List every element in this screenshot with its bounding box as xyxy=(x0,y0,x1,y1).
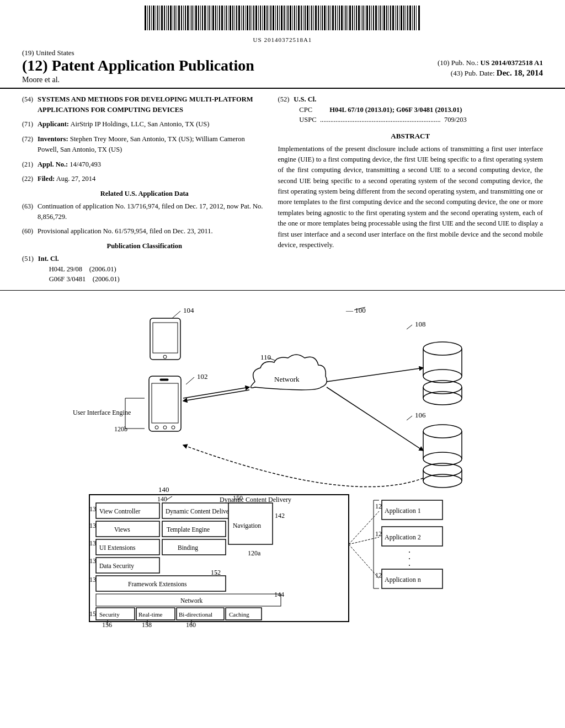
svg-rect-105 xyxy=(369,6,370,30)
svg-rect-61 xyxy=(275,6,276,30)
patent-diagram: — 100 108 106 110 Network xyxy=(18,296,547,671)
pub-class-title: Publication Classification xyxy=(22,241,267,251)
svg-rect-54 xyxy=(260,6,261,30)
svg-rect-38 xyxy=(226,6,227,30)
svg-text:102: 102 xyxy=(197,372,208,381)
uie-label: User Interface Engine xyxy=(73,409,131,416)
svg-line-224 xyxy=(349,511,379,544)
svg-rect-118 xyxy=(397,6,398,30)
inventors-section: (72) Inventors: Stephen Trey Moore, San … xyxy=(22,134,267,155)
svg-rect-92 xyxy=(341,6,343,30)
svg-rect-60 xyxy=(273,6,274,30)
svg-rect-66 xyxy=(286,6,286,30)
right-column: (52) U.S. Cl. CPC H04L 67/10 (2013.01); … xyxy=(278,94,543,285)
svg-rect-59 xyxy=(270,6,271,30)
svg-rect-112 xyxy=(383,6,385,30)
us-cl-label: U.S. Cl. xyxy=(294,95,316,103)
svg-text:Application 1: Application 1 xyxy=(385,507,421,515)
svg-rect-104 xyxy=(366,6,368,30)
svg-rect-11 xyxy=(168,6,169,30)
inventors-num: (72) xyxy=(22,134,33,155)
applicant-num: (71) xyxy=(22,119,33,130)
cont-text: Continuation of application No. 13/716,9… xyxy=(38,202,263,221)
svg-rect-52 xyxy=(255,6,257,30)
svg-rect-23 xyxy=(194,6,194,30)
svg-rect-82 xyxy=(320,6,321,30)
svg-rect-87 xyxy=(331,6,331,30)
svg-text:144: 144 xyxy=(274,591,284,598)
us-cl-num: (52) xyxy=(278,94,290,125)
svg-rect-86 xyxy=(328,6,329,30)
svg-rect-69 xyxy=(292,6,293,30)
svg-rect-7 xyxy=(159,6,160,30)
appl-num: (21) xyxy=(22,159,33,170)
pub-no-value: US 2014/0372518 A1 xyxy=(481,58,543,67)
svg-text:142: 142 xyxy=(275,512,285,520)
inventors-line: Moore et al. xyxy=(22,76,254,84)
svg-rect-40 xyxy=(230,6,231,30)
title-block: (19) United States (12) Patent Applicati… xyxy=(0,44,565,89)
svg-rect-107 xyxy=(373,6,374,30)
abstract-title: ABSTRACT xyxy=(278,131,543,142)
svg-rect-80 xyxy=(315,6,317,30)
svg-text:104: 104 xyxy=(183,306,194,314)
svg-rect-111 xyxy=(382,6,382,30)
appl-value: 14/470,493 xyxy=(70,160,101,168)
svg-rect-22 xyxy=(191,6,193,30)
country-label: (19) United States xyxy=(22,49,254,57)
svg-rect-30 xyxy=(209,6,210,30)
int-cl-2: G06F 3/0481 xyxy=(38,275,86,283)
filed-num: (22) xyxy=(22,174,33,184)
svg-rect-9 xyxy=(164,6,165,30)
svg-rect-77 xyxy=(310,6,310,30)
svg-text:UI Extensions: UI Extensions xyxy=(99,544,136,551)
svg-rect-93 xyxy=(344,6,344,30)
svg-rect-14 xyxy=(174,6,175,30)
svg-rect-68 xyxy=(290,6,291,30)
svg-rect-85 xyxy=(327,6,327,30)
filed-label: Filed: xyxy=(38,175,55,183)
pub-date-label: (43) Pub. Date: xyxy=(451,69,495,77)
svg-rect-120 xyxy=(401,6,402,30)
left-column: (54) SYSTEMS AND METHODS FOR DEVELOPING … xyxy=(22,94,267,285)
applicant-section: (71) Applicant: AirStrip IP Holdings, LL… xyxy=(22,119,267,130)
title-num: (54) xyxy=(22,94,33,115)
svg-rect-6 xyxy=(157,6,158,30)
barcode-image xyxy=(145,6,420,33)
svg-rect-121 xyxy=(403,6,404,30)
svg-text:Binding: Binding xyxy=(178,544,198,552)
svg-rect-125 xyxy=(412,6,413,30)
svg-rect-73 xyxy=(301,6,302,30)
appl-label: Appl. No.: xyxy=(38,160,68,168)
svg-rect-100 xyxy=(358,6,360,30)
svg-rect-10 xyxy=(166,6,167,30)
svg-rect-95 xyxy=(348,6,348,30)
data-security-label: Data Security xyxy=(99,563,134,570)
svg-rect-128 xyxy=(418,6,420,30)
svg-rect-31 xyxy=(211,6,211,30)
svg-line-166 xyxy=(327,368,423,382)
svg-rect-34 xyxy=(217,6,218,30)
svg-text:Views: Views xyxy=(114,526,130,533)
svg-rect-1 xyxy=(147,6,148,30)
int-cl-section: (51) Int. Cl. H04L 29/08 (2006.01) G06F … xyxy=(22,254,267,285)
svg-rect-103 xyxy=(365,6,365,30)
svg-rect-35 xyxy=(219,6,220,30)
svg-rect-26 xyxy=(200,6,201,30)
pub-date-value: Dec. 18, 2014 xyxy=(497,68,543,77)
svg-rect-3 xyxy=(151,6,152,30)
main-content: (54) SYSTEMS AND METHODS FOR DEVELOPING … xyxy=(0,89,565,291)
svg-text:150: 150 xyxy=(233,494,243,502)
svg-rect-25 xyxy=(198,6,199,30)
svg-text:140: 140 xyxy=(158,485,169,494)
svg-rect-70 xyxy=(294,6,295,30)
svg-rect-46 xyxy=(243,6,244,30)
svg-rect-16 xyxy=(178,6,180,30)
svg-rect-43 xyxy=(236,6,237,30)
svg-rect-98 xyxy=(354,6,355,30)
svg-text:160: 160 xyxy=(186,621,196,629)
svg-rect-53 xyxy=(258,6,259,30)
applicant-value: AirStrip IP Holdings, LLC, San Antonio, … xyxy=(70,120,209,128)
svg-text:Bi-directional: Bi-directional xyxy=(179,611,212,618)
uspc-label: USPC xyxy=(294,116,316,124)
